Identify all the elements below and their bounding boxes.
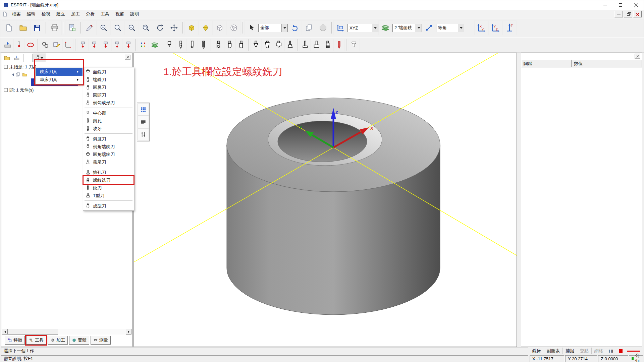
scroll-right-button[interactable] bbox=[126, 329, 131, 335]
grid-toggle-button[interactable] bbox=[138, 104, 149, 116]
thread-mill-tool-button[interactable] bbox=[322, 39, 333, 51]
menu-item-form-tool[interactable]: 成型刀 bbox=[84, 202, 133, 210]
open-file-button[interactable] bbox=[16, 20, 30, 35]
menu-item-ball-mill[interactable]: 圓頭刀 bbox=[84, 91, 133, 99]
erase-button[interactable] bbox=[83, 20, 97, 35]
graphics-area[interactable]: 1.於工具欄位設定螺紋銑刀 bbox=[133, 53, 517, 347]
tab-tools[interactable]: 工具 bbox=[26, 336, 46, 345]
menu-item-reamer[interactable]: 鉸刀 bbox=[84, 184, 133, 192]
chamfer-tool-button[interactable] bbox=[250, 39, 262, 51]
menu-item-bull-nose-mill[interactable]: 圓鼻刀 bbox=[84, 83, 133, 91]
stock-setup-button[interactable] bbox=[2, 39, 13, 51]
new-file-button[interactable] bbox=[2, 20, 16, 35]
tab-solids[interactable]: 實體 bbox=[69, 336, 89, 345]
hole-feature-button-1[interactable] bbox=[77, 39, 89, 51]
tool-holder-button[interactable] bbox=[348, 39, 360, 51]
menu-analysis[interactable]: 分析 bbox=[83, 10, 98, 18]
hole-feature-button-3[interactable] bbox=[100, 39, 111, 51]
dovetail-tool-button[interactable] bbox=[284, 39, 296, 51]
expand-icon[interactable] bbox=[4, 88, 8, 92]
menu-item-corner-round-mill[interactable]: 圓角端銑刀 bbox=[84, 150, 133, 158]
combo-arrow-button[interactable] bbox=[372, 24, 378, 32]
drill-tool-button[interactable] bbox=[175, 39, 186, 51]
window-minimize-button[interactable] bbox=[597, 0, 613, 10]
menu-item-end-mill[interactable]: 端銑刀 bbox=[84, 76, 133, 83]
layer-combo[interactable]: 2 '端面銑 bbox=[392, 24, 422, 32]
view-orient-yz-button[interactable]: YZ bbox=[488, 20, 502, 35]
menu-item-center-drill[interactable]: 中心鑽 bbox=[84, 109, 133, 117]
zoom-out-button[interactable] bbox=[125, 20, 139, 35]
mdi-minimize-button[interactable] bbox=[614, 11, 623, 17]
toggle-snap[interactable]: 捕捉 bbox=[562, 348, 577, 354]
menu-item-thread-mill[interactable]: 螺紋銑刀 bbox=[84, 176, 133, 184]
menu-help[interactable]: 說明 bbox=[127, 10, 142, 18]
toggle-grid[interactable]: 網格 bbox=[591, 348, 606, 354]
key-column-header[interactable]: 關鍵 bbox=[521, 60, 572, 67]
reamer-tool-button[interactable] bbox=[198, 39, 209, 51]
mdi-restore-button[interactable] bbox=[624, 11, 632, 17]
view-orient-xy-button[interactable]: XY bbox=[474, 20, 488, 35]
tab-features[interactable]: 特徵 bbox=[5, 336, 25, 345]
window-close-button[interactable] bbox=[628, 0, 644, 10]
toggle-intersection[interactable]: 交點 bbox=[577, 348, 591, 354]
view-combo[interactable]: 等角 bbox=[436, 24, 464, 32]
axes-feature-button[interactable] bbox=[62, 39, 74, 51]
shaded-view-button[interactable] bbox=[184, 20, 199, 35]
select-cursor-button[interactable] bbox=[244, 20, 258, 35]
end-mill-tool-button[interactable] bbox=[213, 39, 224, 51]
tap-tool-button[interactable] bbox=[186, 39, 198, 51]
menu-item-undercut-mill[interactable]: 倒勾成形刀 bbox=[84, 99, 133, 107]
collapse-icon[interactable] bbox=[4, 65, 8, 69]
selection-filter-combo[interactable]: 全部 bbox=[258, 24, 288, 32]
corner-round-tool-button[interactable] bbox=[273, 39, 284, 51]
stop-button[interactable] bbox=[316, 20, 330, 35]
menu-item-drill[interactable]: 鑽孔 bbox=[84, 117, 133, 125]
tool-library-button[interactable] bbox=[3, 54, 11, 62]
scrollbar-thumb[interactable] bbox=[8, 329, 58, 335]
pattern-button[interactable] bbox=[138, 39, 149, 51]
toggle-subelement[interactable]: 副圖素 bbox=[544, 348, 562, 354]
pan-button[interactable] bbox=[167, 20, 181, 35]
panel-close-button[interactable] bbox=[125, 55, 130, 60]
solid-layers-button[interactable] bbox=[149, 39, 160, 51]
window-maximize-button[interactable] bbox=[613, 0, 628, 10]
menu-item-boring-bar[interactable]: 搪孔刀 bbox=[84, 169, 133, 176]
zoom-in-button[interactable] bbox=[97, 20, 111, 35]
translucent-view-button[interactable] bbox=[227, 20, 241, 35]
layers-button[interactable] bbox=[378, 20, 392, 35]
probe-button[interactable] bbox=[13, 39, 25, 51]
hole-feature-button-2[interactable] bbox=[89, 39, 100, 51]
print-button[interactable] bbox=[48, 20, 62, 35]
combo-arrow-button[interactable] bbox=[281, 24, 287, 32]
machine-setup-button[interactable] bbox=[12, 54, 21, 62]
report-button[interactable] bbox=[65, 20, 79, 35]
menu-tools[interactable]: 工具 bbox=[98, 10, 112, 18]
hole-feature-button-4[interactable] bbox=[111, 39, 123, 51]
horizontal-scrollbar[interactable] bbox=[2, 329, 131, 335]
save-file-button[interactable] bbox=[30, 20, 44, 35]
copy-button[interactable] bbox=[302, 20, 316, 35]
face-feature-button[interactable] bbox=[51, 39, 62, 51]
mdi-close-button[interactable] bbox=[633, 11, 642, 17]
prev-icon[interactable] bbox=[11, 73, 14, 76]
zoom-window-button[interactable] bbox=[139, 20, 153, 35]
scroll-left-button[interactable] bbox=[2, 329, 8, 335]
view-orient-z-button[interactable]: Z bbox=[502, 20, 517, 35]
menu-item-dovetail-mill[interactable]: 燕尾刀 bbox=[84, 158, 133, 166]
undo-button[interactable] bbox=[288, 20, 302, 35]
combo-arrow-button[interactable] bbox=[416, 24, 422, 32]
tab-operations[interactable]: 加工 bbox=[48, 336, 68, 345]
chain-feature-button[interactable] bbox=[40, 39, 51, 51]
workplane-button[interactable] bbox=[333, 20, 347, 35]
menu-window[interactable]: 視窗 bbox=[112, 10, 127, 18]
menu-item-mill-tools[interactable]: 銑床刀具 bbox=[36, 68, 83, 76]
rotate-view-button[interactable] bbox=[153, 20, 167, 35]
center-drill-tool-button[interactable] bbox=[164, 39, 175, 51]
custom-tool-button[interactable] bbox=[333, 39, 345, 51]
machine-mode-toggle[interactable]: 銑床 bbox=[530, 348, 544, 354]
taper-tool-button[interactable] bbox=[262, 39, 273, 51]
zoom-button[interactable] bbox=[111, 20, 125, 35]
menu-item-lathe-tools[interactable]: 車床刀具 bbox=[36, 76, 83, 84]
bull-nose-tool-button[interactable] bbox=[235, 39, 247, 51]
menu-file[interactable]: 檔案 bbox=[9, 10, 24, 18]
